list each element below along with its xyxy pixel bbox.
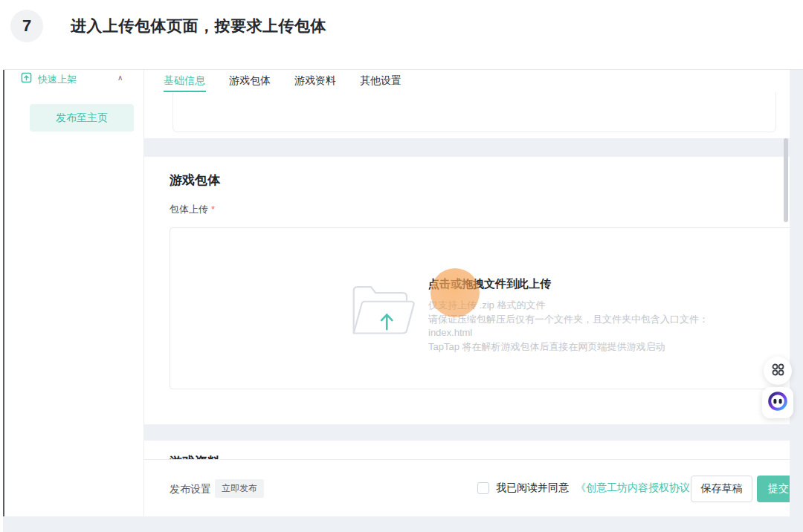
agreement-group: 我已阅读并同意 《创意工坊内容授权协议》	[477, 460, 700, 516]
widget-grid-button[interactable]	[764, 357, 792, 385]
content-area: 基础信息 游戏包体 游戏资料 其他设置 游戏包体 包体上传*	[144, 70, 790, 516]
step-title: 进入上传包体页面，按要求上传包体	[71, 10, 326, 42]
save-draft-button[interactable]: 保存草稿	[691, 476, 752, 502]
publish-now-badge: 立即发布	[215, 479, 264, 498]
sidebar-item-publish-to-home[interactable]: 发布至主页	[30, 104, 134, 132]
agreement-text: 我已阅读并同意	[496, 481, 569, 495]
robot-face-icon	[766, 389, 790, 416]
next-section-heading: 游戏资料	[170, 453, 220, 459]
file-dropzone[interactable]: 点击或拖拽文件到此上传 仅支持上传 .zip 格式的文件 请保证压缩包解压后仅有…	[170, 227, 790, 389]
agreement-link[interactable]: 《创意工坊内容授权协议》	[575, 481, 700, 495]
text-input-clipped[interactable]	[172, 92, 776, 132]
game-materials-card-clipped: 游戏资料	[144, 441, 790, 459]
game-package-card: 游戏包体 包体上传* 点击或拖拽文件到此上传 仅支持上传 .zip	[144, 157, 790, 424]
publish-settings-label: 发布设置	[170, 483, 211, 496]
dropzone-text: 点击或拖拽文件到此上传 仅支持上传 .zip 格式的文件 请保证压缩包解压后仅有…	[428, 277, 709, 354]
open-folder-upload-icon	[346, 280, 419, 347]
dropzone-title: 点击或拖拽文件到此上传	[428, 277, 709, 291]
section-heading: 游戏包体	[170, 172, 220, 189]
tabs-bar: 基础信息 游戏包体 游戏资料 其他设置	[144, 70, 790, 92]
tab-other-settings[interactable]: 其他设置	[360, 74, 402, 88]
agreement-checkbox[interactable]	[477, 482, 489, 494]
tab-basic-info[interactable]: 基础信息	[164, 74, 205, 88]
chevron-up-icon[interactable]: ∧	[117, 74, 123, 82]
dropzone-hint-4: TapTap 将在解析游戏包体后直接在网页端提供游戏启动	[428, 340, 709, 354]
step-number: 7	[22, 16, 31, 36]
sidebar-item-label: 发布至主页	[56, 111, 108, 125]
sidebar-group-label: 快速上架	[38, 73, 77, 86]
quick-launch-icon	[21, 72, 32, 86]
four-dots-grid-icon	[771, 363, 785, 380]
dropzone-hint-1: 仅支持上传 .zip 格式的文件	[428, 299, 709, 313]
sidebar: 快速上架 ∧ 发布至主页	[4, 70, 144, 516]
tab-game-materials[interactable]: 游戏资料	[294, 74, 336, 88]
dropzone-hint-3: index.html	[428, 326, 709, 340]
required-asterisk: *	[211, 204, 215, 215]
tab-game-package[interactable]: 游戏包体	[229, 74, 271, 88]
step-number-badge: 7	[10, 10, 43, 42]
basic-info-card-clipped	[144, 92, 790, 138]
dropzone-hint-2: 请保证压缩包解压后仅有一个文件夹，且文件夹中包含入口文件：	[428, 313, 709, 327]
sidebar-group-quick-launch[interactable]: 快速上架	[21, 72, 77, 86]
assistant-button[interactable]	[762, 387, 793, 418]
upload-field-label: 包体上传*	[170, 203, 215, 216]
submit-button[interactable]: 提交	[757, 476, 790, 502]
bottom-action-bar: 发布设置 立即发布 我已阅读并同意 《创意工坊内容授权协议》 保存草稿 提交	[144, 459, 790, 516]
vertical-scrollbar-thumb[interactable]	[784, 138, 788, 222]
app-screenshot: 快速上架 ∧ 发布至主页 基础信息 游戏包体 游戏资料 其他设置	[3, 69, 803, 532]
tutorial-card: 7 进入上传包体页面，按要求上传包体 快速上架 ∧ 发布至主页	[0, 0, 803, 532]
